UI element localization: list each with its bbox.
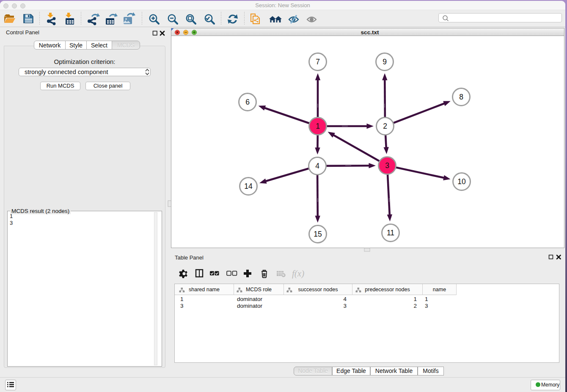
- svg-text:9: 9: [383, 58, 387, 66]
- svg-text:11: 11: [386, 229, 394, 237]
- svg-text:2: 2: [383, 122, 387, 130]
- svg-text:3: 3: [385, 161, 389, 170]
- svg-text:4: 4: [315, 162, 319, 170]
- svg-text:1: 1: [316, 122, 320, 130]
- svg-text:6: 6: [245, 98, 250, 106]
- svg-text:f(x): f(x): [292, 268, 304, 279]
- svg-text:10: 10: [457, 177, 466, 186]
- svg-text:8: 8: [459, 93, 463, 101]
- svg-text:7: 7: [316, 58, 320, 66]
- svg-text:15: 15: [314, 230, 322, 238]
- svg-text:14: 14: [244, 182, 253, 190]
